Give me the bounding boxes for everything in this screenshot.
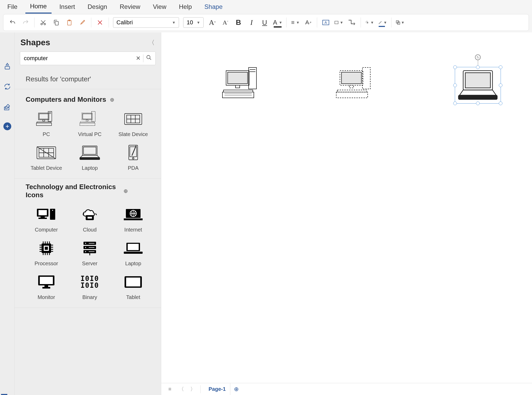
menu-bar: File Home Insert Design Review View Help… <box>0 0 532 14</box>
copy-button[interactable] <box>52 18 61 27</box>
shape-virtual-pc[interactable]: Virtual PC <box>69 109 110 137</box>
collapse-panel-button[interactable]: 〈 <box>148 38 155 47</box>
svg-rect-58 <box>45 247 48 250</box>
shape-label: PDA <box>128 165 138 171</box>
menu-review[interactable]: Review <box>115 1 145 13</box>
search-input[interactable] <box>24 55 133 62</box>
results-scroll[interactable]: Results for 'computer' Computers and Mon… <box>15 69 161 395</box>
menu-file[interactable]: File <box>3 1 22 13</box>
chevron-down-icon: ▼ <box>340 20 343 25</box>
clear-search-button[interactable]: ✕ <box>136 55 141 62</box>
chevron-down-icon: ▼ <box>279 20 282 25</box>
resize-handle-sw[interactable] <box>453 101 457 105</box>
canvas-shape-virtual-pc[interactable] <box>335 66 377 101</box>
grow-font-button[interactable]: A^ <box>208 18 217 27</box>
connector-button[interactable] <box>348 18 356 27</box>
tab-menu-button[interactable]: ≡ <box>166 385 174 393</box>
shape-tablet-device[interactable]: Tablet Device <box>26 143 67 171</box>
next-page-button[interactable]: 〉 <box>189 385 197 393</box>
shape-computer[interactable]: Computer <box>26 205 67 233</box>
category-title: Computers and Monitors <box>26 95 106 104</box>
redo-button[interactable] <box>21 18 30 27</box>
shape-server[interactable]: Server <box>69 239 110 267</box>
shape-laptop2[interactable]: Laptop <box>113 239 154 267</box>
chevron-down-icon: ▼ <box>172 20 176 25</box>
zoom-icon[interactable]: ⊕ <box>110 97 114 103</box>
svg-rect-39 <box>83 147 96 154</box>
shape-label: Binary <box>82 294 97 300</box>
rail-add-button[interactable] <box>3 122 11 130</box>
shape-monitor[interactable]: Monitor <box>26 272 67 300</box>
cut-button[interactable] <box>39 18 48 27</box>
prev-page-button[interactable]: 〈 <box>177 385 185 393</box>
resize-handle-ne[interactable] <box>499 65 502 69</box>
align-button[interactable]: ▼ <box>291 18 300 27</box>
search-box[interactable]: ✕ <box>20 52 156 65</box>
rail-shapes-button[interactable] <box>2 61 12 71</box>
bold-button[interactable]: B <box>234 18 243 27</box>
toolbar: Calibri▼ 10▼ A^ Aˇ B I U A▼ ▼ A↗ A ▼ ▼ ▼… <box>3 14 529 31</box>
menu-help[interactable]: Help <box>174 1 197 13</box>
svg-rect-99 <box>236 85 240 88</box>
svg-rect-106 <box>341 72 361 84</box>
search-button[interactable] <box>146 55 152 62</box>
svg-point-80 <box>85 251 86 252</box>
resize-handle-e[interactable] <box>499 83 502 87</box>
font-family-value: Calibri <box>116 19 133 26</box>
text-box-button[interactable]: A <box>321 18 330 27</box>
paste-button[interactable] <box>65 18 74 27</box>
menu-design[interactable]: Design <box>83 1 112 13</box>
font-size-select[interactable]: 10▼ <box>183 17 204 28</box>
rotate-handle[interactable]: ↻ <box>475 54 481 60</box>
shape-pda[interactable]: PDA <box>113 143 154 171</box>
font-color-button[interactable]: A▼ <box>273 18 282 27</box>
svg-point-50 <box>52 210 53 211</box>
shape-processor[interactable]: Processor <box>26 239 67 267</box>
shrink-font-button[interactable]: Aˇ <box>221 18 230 27</box>
format-painter-button[interactable] <box>78 18 87 27</box>
menu-home[interactable]: Home <box>25 0 52 14</box>
shape-label: Laptop <box>125 261 141 267</box>
svg-rect-100 <box>223 90 253 92</box>
shape-label: Virtual PC <box>78 131 102 137</box>
menu-insert[interactable]: Insert <box>55 1 80 13</box>
shape-slate[interactable]: Slate Device <box>113 109 154 137</box>
resize-handle-nw[interactable] <box>453 65 457 69</box>
text-direction-button[interactable]: A↗ <box>304 18 313 27</box>
add-page-button[interactable]: ⊕ <box>234 386 239 393</box>
line-color-button[interactable]: ▼ <box>378 18 387 27</box>
font-size-value: 10 <box>187 19 193 26</box>
shape-laptop[interactable]: Laptop <box>69 143 110 171</box>
drawing-canvas[interactable]: ↻ <box>161 32 532 383</box>
delete-button[interactable] <box>96 18 104 27</box>
canvas-shape-laptop[interactable]: ↻ <box>457 69 499 103</box>
shape-pc[interactable]: PC <box>26 109 67 137</box>
svg-rect-52 <box>87 216 92 219</box>
shape-label: Monitor <box>38 294 55 300</box>
arrange-button[interactable]: ▼ <box>396 18 405 27</box>
shape-internet[interactable]: Internet <box>113 205 154 233</box>
resize-handle-n[interactable] <box>476 65 480 69</box>
canvas-shape-pc[interactable] <box>221 66 263 101</box>
svg-rect-18 <box>36 123 52 126</box>
fill-color-button[interactable]: ▼ <box>365 18 374 27</box>
shape-tablet[interactable]: Tablet <box>113 272 154 300</box>
italic-button[interactable]: I <box>247 18 256 27</box>
shape-button[interactable]: ▼ <box>334 18 343 27</box>
menu-shape[interactable]: Shape <box>200 1 227 13</box>
resize-handle-se[interactable] <box>499 101 502 105</box>
rail-edit-button[interactable] <box>2 102 12 112</box>
svg-rect-26 <box>80 123 95 126</box>
shape-cloud[interactable]: Cloud <box>69 205 110 233</box>
page-tab[interactable]: Page-1 <box>204 383 230 395</box>
underline-button[interactable]: U <box>260 18 269 27</box>
zoom-icon[interactable]: ⊕ <box>124 188 128 194</box>
resize-handle-s[interactable] <box>476 101 480 105</box>
menu-view[interactable]: View <box>148 1 171 13</box>
shape-binary[interactable]: I0I0I0I0Binary <box>69 272 110 300</box>
resize-handle-w[interactable] <box>453 83 457 87</box>
rail-sync-button[interactable] <box>2 82 12 92</box>
font-family-select[interactable]: Calibri▼ <box>113 17 179 28</box>
undo-button[interactable] <box>8 18 17 27</box>
category-tech-electronics: Technology and Electronics Icons⊕ Comput… <box>15 179 161 308</box>
